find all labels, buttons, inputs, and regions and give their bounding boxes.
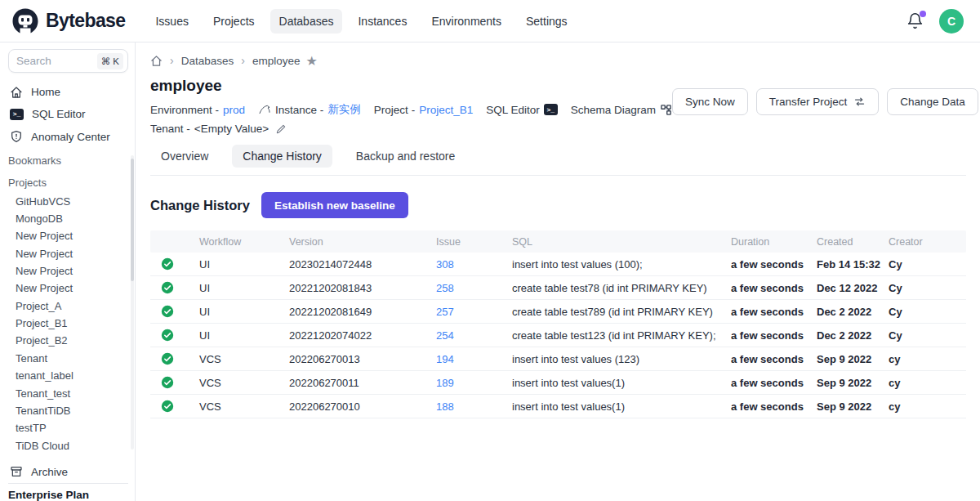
change-history-table: Workflow Version Issue SQL Duration Crea… [150, 230, 966, 418]
sidebar-project-item[interactable]: Tenant_test [8, 384, 128, 401]
creator-cell: cy [889, 377, 966, 389]
sidebar-project-item[interactable]: New Project [8, 244, 128, 262]
workflow-cell: VCS [199, 353, 289, 365]
sidebar-project-item[interactable]: New Project [8, 280, 128, 297]
sql-cell: create table test123 (id int PRIMARY KEY… [512, 329, 731, 342]
creator-cell: Cy [889, 329, 966, 342]
nav-item[interactable]: Settings [517, 9, 577, 34]
user-avatar[interactable]: C [939, 9, 964, 34]
nav-item[interactable]: Issues [146, 9, 197, 34]
sidebar-project-item[interactable]: Project_A [8, 297, 128, 315]
sidebar-project-item[interactable]: testTP [8, 419, 128, 436]
sidebar-item-sql-editor[interactable]: >_ SQL Editor [8, 103, 128, 125]
sidebar-item-home[interactable]: Home [8, 81, 128, 103]
status-cell [150, 305, 199, 318]
project-link[interactable]: Project_B1 [419, 104, 473, 116]
version-cell: 202206270010 [289, 400, 436, 413]
db-tab[interactable]: Backup and restore [345, 145, 466, 168]
duration-cell: a few seconds [731, 258, 817, 271]
sidebar-project-item[interactable]: tenant_label [8, 367, 128, 384]
sql-cell: insert into test values(1) [512, 377, 731, 389]
duration-cell: a few seconds [731, 353, 817, 365]
sidebar-item-archive[interactable]: Archive [8, 461, 128, 483]
version-column-header: Version [289, 236, 436, 248]
search-box[interactable]: ⌘ K [8, 49, 128, 73]
nav-item[interactable]: Projects [204, 9, 264, 34]
status-cell [150, 281, 199, 294]
issue-link[interactable]: 254 [436, 329, 512, 342]
creator-cell: Cy [889, 282, 966, 294]
db-meta-line-1: Environment - prod Instance - 新实例 P [150, 102, 672, 117]
issue-link[interactable]: 257 [436, 306, 512, 318]
created-cell: Sep 9 2022 [817, 353, 889, 365]
version-cell: 20221202074022 [289, 329, 436, 342]
table-row[interactable]: UI 20230214072448 308 insert into test v… [150, 253, 966, 276]
sidebar-project-item[interactable]: GitHubVCS [8, 192, 128, 209]
db-action-button[interactable]: Change Data [887, 88, 978, 115]
sql-editor-shortcut[interactable]: SQL Editor >_ [486, 104, 558, 116]
version-cell: 202206270011 [289, 377, 436, 389]
sidebar-project-item[interactable]: New Project [8, 262, 128, 280]
table-row[interactable]: UI 20221202074022 254 create table test1… [150, 324, 966, 347]
issue-link[interactable]: 194 [436, 353, 512, 365]
home-icon [10, 86, 23, 99]
sidebar-project-item[interactable]: TenantTiDB [8, 402, 128, 419]
environment-meta: Environment - prod [150, 104, 245, 116]
sidebar-project-item[interactable]: Tenant [8, 350, 128, 367]
issue-link[interactable]: 258 [436, 282, 512, 294]
nav-item[interactable]: Environments [422, 9, 510, 34]
db-action-button[interactable]: Sync Now [672, 88, 748, 115]
issue-link[interactable]: 308 [436, 258, 512, 271]
search-input[interactable] [16, 55, 82, 67]
instance-label: Instance - [275, 104, 323, 116]
issue-link[interactable]: 189 [436, 377, 512, 389]
sidebar-project-item[interactable]: Project_B1 [8, 315, 128, 332]
db-action-button[interactable]: Transfer Project [756, 88, 880, 115]
db-tab[interactable]: Overview [150, 145, 219, 168]
schema-diagram-shortcut[interactable]: Schema Diagram [571, 104, 672, 116]
sidebar-project-item[interactable]: TiDB Cloud [8, 436, 128, 454]
creator-cell: cy [889, 353, 966, 365]
duration-cell: a few seconds [731, 400, 817, 413]
edit-pencil-icon[interactable] [275, 123, 287, 135]
table-row[interactable]: VCS 202206270011 189 insert into test va… [150, 371, 966, 395]
nav-item[interactable]: Databases [270, 9, 343, 34]
sidebar-item-label: SQL Editor [32, 108, 86, 120]
sidebar-item-anomaly-center[interactable]: Anomaly Center [8, 126, 128, 148]
nav-item[interactable]: Instances [349, 9, 416, 34]
success-check-icon [161, 376, 174, 389]
sidebar-project-item[interactable]: MongoDB [8, 210, 128, 227]
bookmark-star-icon[interactable]: ★ [305, 53, 317, 69]
establish-baseline-button[interactable]: Establish new baseline [261, 192, 408, 218]
created-column-header: Created [817, 236, 889, 248]
bytebase-logo[interactable]: Bytebase [11, 7, 125, 35]
workflow-cell: VCS [199, 377, 289, 389]
terminal-icon: >_ [10, 109, 24, 120]
creator-cell: Cy [889, 258, 966, 271]
breadcrumb-databases[interactable]: Databases [181, 55, 234, 67]
db-header-left: employee Environment - prod Instance - [150, 77, 672, 135]
page-title: employee [150, 77, 672, 95]
sidebar-scrollbar-thumb[interactable] [131, 159, 134, 281]
table-row[interactable]: VCS 202206270013 194 insert into test va… [150, 347, 966, 371]
breadcrumb: › Databases › employee ★ [150, 52, 966, 69]
environment-link[interactable]: prod [223, 104, 245, 116]
table-row[interactable]: UI 20221202081649 257 create table test7… [150, 300, 966, 324]
button-label: Transfer Project [769, 96, 848, 108]
sidebar-project-item[interactable]: Project_B2 [8, 332, 128, 349]
instance-link[interactable]: 新实例 [327, 102, 361, 117]
notifications-bell-icon[interactable] [906, 12, 924, 30]
version-cell: 20221202081843 [289, 282, 436, 294]
plan-footer[interactable]: Enterprise Plan [8, 483, 128, 501]
table-row[interactable]: UI 20221202081843 258 create table test7… [150, 276, 966, 300]
breadcrumb-home-icon[interactable] [150, 55, 163, 67]
db-tab[interactable]: Change History [232, 145, 332, 168]
table-row[interactable]: VCS 202206270010 188 insert into test va… [150, 395, 966, 418]
sql-cell: create table test78 (id int PRIMARY KEY) [512, 282, 731, 294]
breadcrumb-employee[interactable]: employee [252, 55, 301, 67]
workflow-column-header: Workflow [199, 236, 289, 248]
issue-link[interactable]: 188 [436, 400, 512, 413]
success-check-icon [161, 281, 174, 294]
issue-column-header: Issue [436, 236, 512, 248]
sidebar-project-item[interactable]: New Project [8, 227, 128, 244]
